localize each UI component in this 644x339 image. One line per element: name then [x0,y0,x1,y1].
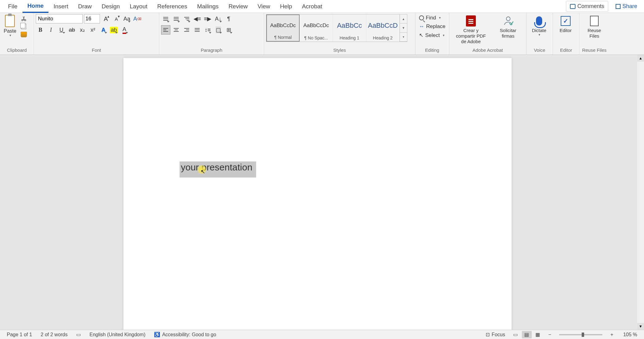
editor-button[interactable]: Editor [555,14,576,35]
accessibility-icon: ♿ [154,332,160,337]
zoom-level[interactable]: 105 % [619,332,642,337]
vertical-scrollbar[interactable]: ▲ ▼ [637,55,644,330]
style-heading2[interactable]: AaBbCcD Heading 2 [366,14,400,42]
styles-scroll-up[interactable]: ▲ [400,14,407,23]
style-heading1[interactable]: AaBbCc Heading 1 [333,14,366,42]
justify-button[interactable] [193,25,202,35]
show-hide-marks-button[interactable]: ¶ [224,14,233,23]
increase-indent-button[interactable]: ≡▶ [203,14,212,23]
status-accessibility[interactable]: ♿ Accessibility: Good to go [150,332,220,337]
tab-file[interactable]: File [3,0,23,13]
line-spacing-button[interactable]: ↕≡ [203,25,212,35]
tab-home[interactable]: Home [23,0,49,13]
tab-references[interactable]: References [152,0,192,13]
shrink-font-button[interactable]: A▼ [112,14,121,23]
bold-button[interactable]: B [36,25,45,35]
align-center-icon [174,28,179,32]
zoom-slider[interactable] [559,334,602,335]
style-normal[interactable]: AaBbCcDc ¶ Normal [266,14,300,42]
tab-view[interactable]: View [253,0,275,13]
subscript-button[interactable]: x₂ [78,25,87,35]
replace-button[interactable]: ↔ Replace [417,23,447,30]
web-layout-button[interactable]: ▦ [533,331,543,338]
book-icon: ▭ [76,332,81,337]
style-preview: AaBbCcD [368,16,398,35]
tab-design[interactable]: Design [97,0,125,13]
text-effects-button[interactable]: A [99,25,108,35]
clear-formatting-button[interactable]: A⌫ [133,14,142,23]
scroll-down-button[interactable]: ▼ [637,323,644,330]
superscript-button[interactable]: x² [88,25,98,35]
dictate-button[interactable]: Dictate ▼ [528,14,550,38]
tab-acrobat[interactable]: Acrobat [297,0,327,13]
reuse-files-button[interactable]: Reuse Files [581,14,607,40]
font-size-select[interactable] [84,14,100,23]
multilevel-list-button[interactable] [182,14,191,23]
group-reuse: Reuse Files Reuse Files [580,13,609,55]
focus-mode-button[interactable]: ⊡ Focus [481,332,509,337]
italic-button[interactable]: I [46,25,56,35]
style-no-spacing[interactable]: AaBbCcDc ¶ No Spac... [300,14,333,42]
create-pdf-button[interactable]: Crear y compartir PDF de Adobe [451,14,491,46]
underline-button[interactable]: U [57,25,66,35]
tab-review[interactable]: Review [223,0,252,13]
status-page[interactable]: Page 1 of 1 [2,332,36,337]
status-words[interactable]: 2 of 2 words [36,332,72,337]
styles-scroll-down[interactable]: ▼ [400,23,407,32]
document-page[interactable] [123,58,512,330]
zoom-out-button[interactable]: − [544,332,555,337]
zoom-in-button[interactable]: + [606,332,617,337]
bullets-icon [163,17,168,21]
font-name-select[interactable] [36,14,83,23]
group-editing: Find ▼ ↔ Replace ↖ Select ▼ Editing [415,13,449,55]
status-language[interactable]: English (United Kingdom) [85,332,150,337]
chevron-down-icon: ▼ [442,34,445,37]
multilevel-icon [184,17,189,21]
format-painter-button[interactable] [19,31,28,38]
request-signatures-button[interactable]: Solicitar firmas [492,14,524,40]
tab-mailings[interactable]: Mailings [192,0,224,13]
selected-text[interactable]: your presentation [180,161,256,178]
strikethrough-button[interactable]: ab [67,25,77,35]
align-left-button[interactable] [161,25,170,35]
find-button[interactable]: Find ▼ [417,14,447,22]
change-case-button[interactable]: Aa [122,14,131,23]
find-label: Find [426,15,436,21]
numbering-icon [174,17,179,21]
focus-label: Focus [492,332,505,337]
style-preview: AaBbCcDc [303,16,329,35]
styles-expand[interactable]: ▾ [400,33,407,42]
zoom-slider-thumb[interactable] [582,333,584,337]
numbering-button[interactable] [172,14,181,23]
tab-draw[interactable]: Draw [73,0,97,13]
tab-help[interactable]: Help [275,0,297,13]
style-preview: AaBbCc [337,16,362,35]
font-color-button[interactable]: A [120,25,129,35]
group-font: A▲ A▼ Aa A⌫ B I U ab x₂ x² A ab A Fon [34,13,159,55]
paste-label: Paste [4,28,16,34]
copy-button[interactable] [19,23,28,30]
status-spellcheck[interactable]: ▭ [72,332,85,337]
scroll-up-button[interactable]: ▲ [637,55,644,62]
grow-font-button[interactable]: A▲ [101,14,110,23]
borders-button[interactable]: ⊞ [224,25,233,35]
read-mode-button[interactable]: ▭ [511,331,521,338]
tab-insert[interactable]: Insert [48,0,73,13]
sort-button[interactable]: A↓ [214,14,223,23]
bullets-button[interactable] [161,14,170,23]
print-layout-button[interactable]: ▤ [522,331,532,338]
share-button[interactable]: Share [612,1,641,11]
align-center-button[interactable] [172,25,181,35]
paste-button[interactable]: Paste ▼ [2,14,18,38]
tab-layout[interactable]: Layout [125,0,152,13]
editor-icon [561,16,571,26]
shading-button[interactable]: ▢ [214,25,223,35]
align-right-button[interactable] [182,25,191,35]
decrease-indent-button[interactable]: ◀≡ [193,14,202,23]
cut-button[interactable] [19,15,28,22]
select-button[interactable]: ↖ Select ▼ [417,31,447,39]
request-signatures-label: Solicitar firmas [494,28,522,39]
style-name: ¶ Normal [274,35,292,40]
highlight-button[interactable]: ab [109,25,118,35]
comments-button[interactable]: Comments [566,1,608,12]
